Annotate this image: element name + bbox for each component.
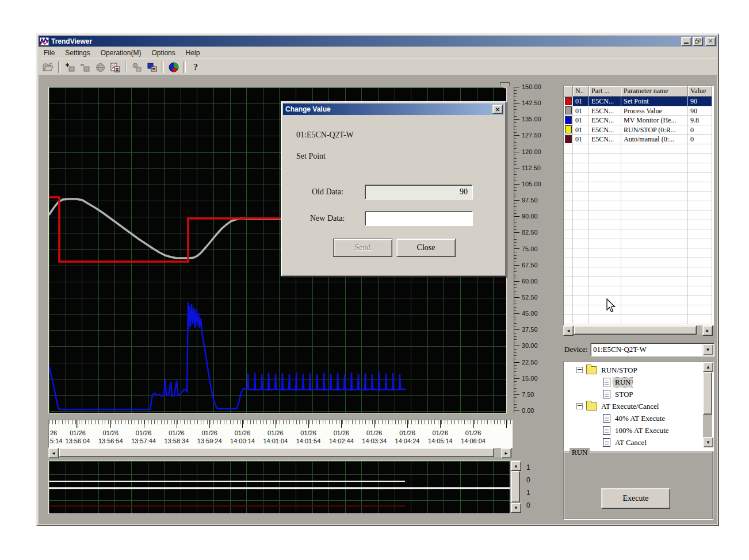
- scroll-left-icon[interactable]: ◄: [48, 448, 59, 458]
- tree-label[interactable]: 40% AT Execute: [613, 414, 667, 423]
- time-scrollbar[interactable]: ◄ ►: [48, 448, 511, 457]
- block-save-icon[interactable]: [145, 61, 159, 74]
- chevron-down-icon[interactable]: ▼: [702, 344, 713, 355]
- mv-monitor-trace: [49, 302, 406, 409]
- close-dialog-button[interactable]: Close: [396, 239, 456, 257]
- menu-settings[interactable]: Settings: [60, 48, 95, 58]
- table-cell: E5CN...: [589, 97, 621, 106]
- time-axis-label: 01/2613:56:54: [92, 429, 129, 445]
- dialog-close-icon[interactable]: ✕: [492, 105, 503, 114]
- table-cell: 90: [688, 97, 712, 106]
- y-axis-tick-label: 7.50: [522, 391, 534, 398]
- tree-item-run[interactable]: RUN: [564, 376, 713, 388]
- table-scrollbar[interactable]: ◄ ►: [563, 325, 713, 335]
- menu-options[interactable]: Options: [146, 48, 180, 58]
- digital-trend-chart[interactable]: [48, 461, 510, 514]
- table-row[interactable]: 01E5CN...Process Value90: [564, 106, 713, 116]
- close-button[interactable]: ✕: [705, 37, 716, 46]
- time-axis-label: 01/2614:04:24: [389, 429, 426, 445]
- tree-item-at-cancel[interactable]: AT Cancel: [564, 436, 713, 448]
- table-cell: 01: [573, 106, 589, 116]
- table-cell: 90: [688, 106, 712, 116]
- parameter-table[interactable]: N..Part ...Parameter nameValue01E5CN...S…: [563, 86, 714, 325]
- y-axis-tick-label: 97.50: [522, 197, 538, 204]
- table-row-empty: [564, 144, 713, 154]
- y-axis-tick-label: 142.50: [522, 99, 541, 106]
- restore-button[interactable]: [693, 37, 703, 46]
- tree-label[interactable]: AT Cancel: [613, 438, 648, 447]
- y-axis-tick-label: 15.00: [522, 375, 538, 382]
- scrollbar-thumb[interactable]: [574, 325, 697, 335]
- table-row[interactable]: 01E5CN...RUN/STOP (0:R...0: [564, 125, 713, 135]
- table-cell: Auto/manual (0:...: [621, 135, 688, 144]
- scrollbar-thumb[interactable]: [703, 372, 712, 415]
- scroll-right-icon[interactable]: ►: [501, 448, 511, 458]
- y-axis-tick-label: 52.50: [522, 294, 538, 301]
- table-cell: 0: [688, 125, 712, 135]
- scrollbar-thumb[interactable]: [59, 448, 494, 457]
- scroll-left-icon[interactable]: ◄: [563, 325, 574, 336]
- minimize-button[interactable]: [681, 37, 691, 46]
- execute-button[interactable]: Execute: [601, 488, 670, 509]
- scroll-down-icon[interactable]: ▼: [511, 503, 521, 513]
- open-file-icon[interactable]: [41, 61, 55, 74]
- copy-report-icon[interactable]: [108, 61, 122, 74]
- dialog-parameter: Set Point: [296, 152, 326, 161]
- digital-chart-scrollbar[interactable]: ▲ ▼: [511, 461, 520, 513]
- tree-item-stop[interactable]: STOP: [564, 388, 713, 400]
- tree-folder-run-stop[interactable]: RUN/STOP: [564, 364, 713, 376]
- device-combobox[interactable]: 01:E5CN-Q2T-W ▼: [590, 343, 714, 356]
- menu-help[interactable]: Help: [181, 48, 205, 58]
- table-header[interactable]: Part ...: [589, 86, 621, 97]
- tree-label[interactable]: 100% AT Execute: [613, 426, 671, 435]
- table-row[interactable]: 01E5CN...Set Point90: [564, 97, 713, 106]
- menu-file[interactable]: File: [39, 48, 60, 58]
- y-axis-tick-label: 112.50: [522, 164, 541, 171]
- new-data-input[interactable]: [365, 211, 473, 226]
- scroll-right-icon[interactable]: ►: [702, 325, 713, 336]
- table-cell: MV Monitor (He...: [621, 116, 688, 125]
- tree-label[interactable]: RUN/STOP: [599, 366, 639, 375]
- app-window: TrendViewer ✕ File Settings Operation(M)…: [36, 33, 719, 526]
- table-row[interactable]: 01E5CN...Auto/manual (0:...0: [564, 135, 713, 144]
- tree-label[interactable]: RUN: [613, 378, 632, 387]
- table-row-empty: [564, 305, 713, 315]
- send-button[interactable]: Send: [333, 239, 392, 257]
- new-data-label: New Data:: [310, 214, 345, 223]
- table-header[interactable]: N..: [573, 86, 589, 97]
- menu-bar: File Settings Operation(M) Options Help: [39, 47, 717, 58]
- table-row-empty: [564, 239, 713, 249]
- tree-collapse-icon[interactable]: [576, 367, 583, 373]
- table-header[interactable]: [564, 86, 573, 97]
- tree-scrollbar[interactable]: ▲ ▼: [703, 362, 712, 447]
- scroll-down-icon[interactable]: ▼: [703, 437, 713, 447]
- tree-label[interactable]: AT Execute/Cancel: [599, 402, 660, 411]
- tree-item-40-at-execute[interactable]: 40% AT Execute: [564, 412, 713, 424]
- table-header[interactable]: Parameter name: [621, 86, 688, 97]
- tree-label[interactable]: STOP: [613, 390, 635, 399]
- operation-tree[interactable]: RUN/STOPRUNSTOPAT Execute/Cancel40% AT E…: [563, 361, 714, 451]
- help-icon[interactable]: ?: [189, 61, 202, 74]
- globe-icon[interactable]: [93, 61, 107, 74]
- point-settings-icon[interactable]: [130, 61, 144, 74]
- tree-item-100-at-execute[interactable]: 100% AT Execute: [564, 424, 713, 436]
- time-axis-label: 01/2614:02:44: [323, 429, 360, 445]
- pie-chart-icon[interactable]: [167, 61, 181, 74]
- table-row-empty: [564, 267, 713, 277]
- add-pen-icon[interactable]: [63, 61, 77, 74]
- scrollbar-thumb[interactable]: [511, 471, 520, 503]
- table-row-empty: [564, 258, 713, 268]
- tree-collapse-icon[interactable]: [576, 403, 583, 409]
- remove-pen-icon[interactable]: [78, 61, 92, 74]
- menu-operation[interactable]: Operation(M): [95, 48, 147, 58]
- table-header[interactable]: Value: [688, 86, 712, 97]
- device-value: 01:E5CN-Q2T-W: [591, 345, 702, 354]
- scroll-up-icon[interactable]: ▲: [511, 461, 521, 471]
- tree-folder-at-execute-cancel[interactable]: AT Execute/Cancel: [564, 400, 713, 412]
- scroll-up-icon[interactable]: ▲: [703, 362, 713, 372]
- table-row[interactable]: 01E5CN...MV Monitor (He...9.8: [564, 116, 713, 125]
- time-axis-label: 01/2614:05:14: [422, 429, 458, 445]
- y-axis-tick-label: 82.50: [522, 229, 538, 236]
- series-color-swatch: [564, 106, 573, 116]
- time-axis-label: 01/2613:58:34: [158, 429, 195, 445]
